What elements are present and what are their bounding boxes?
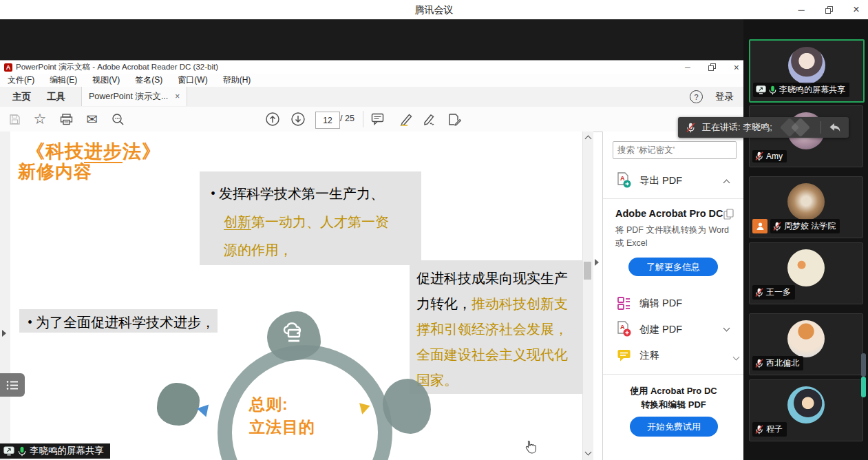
participant-tile[interactable]: 程子 [749, 379, 863, 441]
participant-chip: Amy [752, 150, 787, 163]
ring-left-blob [157, 383, 200, 426]
participant-tile[interactable]: 西北偏北 [749, 313, 863, 375]
comment-item[interactable]: 注释 [603, 345, 744, 366]
mic-muted-icon [686, 123, 695, 133]
textbox2-line4: 全面建设社会主义现代化 [416, 342, 582, 368]
meeting-logo-watermark [791, 118, 810, 137]
fill-sign-icon[interactable] [419, 107, 440, 132]
tab-document[interactable]: PowerPoint 演示文... × [81, 87, 187, 106]
participants-scrollbar-thumb[interactable] [861, 377, 866, 397]
participant-chip: 周梦姣 法学院 [770, 219, 840, 233]
mic-muted-icon [755, 151, 763, 161]
acrobat-titlebar: A PowerPoint 演示文稿 - Adobe Acrobat Reader… [0, 61, 743, 74]
mic-on-icon [769, 85, 776, 95]
comment-icon[interactable] [367, 107, 388, 132]
slide-textbox-1: • 发挥科学技术第一生产力、 创新第一动力、人才第一资 源的作用， [200, 171, 421, 265]
star-icon[interactable]: ☆ [30, 107, 50, 132]
menu-edit[interactable]: 编辑(E) [42, 74, 85, 86]
page-down-icon[interactable] [288, 107, 308, 132]
close-icon[interactable]: × [850, 3, 862, 16]
search-input[interactable] [613, 141, 737, 159]
edit-pdf-item[interactable]: 编辑 PDF [603, 293, 744, 313]
scroll-up-icon[interactable] [585, 136, 592, 143]
copy-pages-icon [723, 209, 734, 220]
comment-tool-icon [617, 348, 631, 362]
acrobat-toolbar: ☆ ✉ / 25 [0, 107, 743, 132]
send-for-signature-icon[interactable] [444, 107, 465, 132]
hand-cursor [525, 440, 536, 454]
participants-panel: 李晓鸣的屏幕共享 Amy [743, 19, 868, 460]
collapse-icon[interactable] [723, 180, 730, 187]
reply-arrow-icon[interactable] [829, 123, 840, 133]
acrobat-app-icon: A [4, 63, 12, 72]
menu-window[interactable]: 窗口(W) [170, 74, 215, 86]
learn-more-button[interactable]: 了解更多信息 [628, 258, 718, 276]
save-icon[interactable] [4, 107, 25, 132]
acrobat-pro-title: Adobe Acrobat Pro DC [615, 208, 723, 219]
email-icon[interactable]: ✉ [82, 107, 103, 132]
host-badge [752, 219, 768, 233]
create-pdf-icon: A [617, 321, 631, 337]
tab-close-icon[interactable]: × [175, 87, 180, 106]
left-nav-strip [0, 132, 11, 460]
textbox1-line2: 第一动力、人才第一资 [251, 214, 389, 229]
page-up-icon[interactable] [262, 107, 283, 132]
free-trial-button[interactable]: 开始免费试用 [630, 417, 718, 437]
restore-icon[interactable] [823, 3, 835, 16]
scrollbar-thumb[interactable] [584, 262, 591, 280]
participant-name: Amy [766, 151, 783, 161]
tab-tools[interactable]: 工具 [40, 87, 72, 107]
blue-triangle [197, 405, 212, 419]
page-total-label: / 25 [340, 114, 354, 123]
bullet-icon: • [28, 315, 32, 330]
tabbar-right: ? 登录 [690, 87, 734, 107]
print-icon[interactable] [56, 107, 76, 132]
right-panel-toggle-icon[interactable] [595, 259, 599, 266]
screen-share-icon [3, 446, 14, 456]
slide-textbox-3: • 为了全面促进科学技术进步， [19, 309, 218, 333]
acrobat-tools-panel: A 导出 PDF Adobe Acrobat Pro DC 将 PDF 文件联机… [602, 132, 744, 460]
acrobat-minimize-icon[interactable]: ─ [685, 63, 690, 72]
screen-share-region: A PowerPoint 演示文稿 - Adobe Acrobat Reader… [0, 19, 743, 460]
ring-graphic [218, 345, 392, 460]
participant-tile[interactable]: 周梦姣 法学院 [749, 176, 863, 238]
participant-name: 西北偏北 [766, 357, 799, 369]
menu-help[interactable]: 帮助(H) [215, 74, 259, 86]
avatar [788, 47, 825, 84]
create-pdf-item[interactable]: A 创建 PDF [603, 319, 744, 339]
edit-pdf-label: 编辑 PDF [639, 297, 682, 310]
participant-tile[interactable]: 王一多 [749, 242, 863, 304]
share-banner-text: 李晓鸣的屏幕共享 [30, 445, 104, 457]
meeting-titlebar: 腾讯会议 ─ × [0, 0, 868, 20]
avatar [787, 386, 825, 424]
menu-sign[interactable]: 签名(S) [127, 74, 170, 86]
avatar [787, 320, 825, 357]
annotation-list-button[interactable] [0, 373, 25, 397]
scroll-down-icon[interactable] [585, 449, 592, 456]
search-zoom-icon[interactable] [107, 107, 128, 132]
acrobat-restore-icon[interactable] [708, 63, 716, 71]
minimize-icon[interactable]: ─ [795, 3, 807, 16]
slide-title-line2: 新修内容 [18, 162, 92, 182]
speaking-toast: 正在讲话: 李晓鸣; [678, 117, 849, 138]
meeting-title: 腾讯会议 [0, 0, 868, 19]
speaking-toast-text: 正在讲话: 李晓鸣; [702, 121, 772, 134]
help-icon[interactable]: ? [690, 90, 703, 103]
tab-home[interactable]: 主页 [6, 87, 38, 107]
document-scrollbar[interactable] [582, 132, 593, 460]
participants-scrollbar-track[interactable] [861, 353, 866, 377]
expand-icon[interactable] [723, 325, 730, 332]
menu-file[interactable]: 文件(F) [0, 74, 42, 86]
participant-tile[interactable]: 李晓鸣的屏幕共享 [749, 39, 865, 103]
export-pdf-item[interactable]: A 导出 PDF [603, 170, 744, 191]
participant-name: 程子 [766, 424, 783, 435]
menu-view[interactable]: 视图(V) [85, 74, 127, 86]
acrobat-close-icon[interactable]: × [734, 62, 739, 73]
highlight-icon[interactable] [396, 107, 416, 132]
login-button[interactable]: 登录 [715, 91, 734, 103]
trial-promo-line2: 转换和编辑 PDF [603, 399, 744, 411]
page-number-input[interactable] [315, 112, 340, 129]
ring-label-line1: 总则: [249, 394, 288, 415]
left-panel-toggle-icon[interactable] [2, 330, 6, 337]
participant-chip: 王一多 [752, 285, 795, 300]
